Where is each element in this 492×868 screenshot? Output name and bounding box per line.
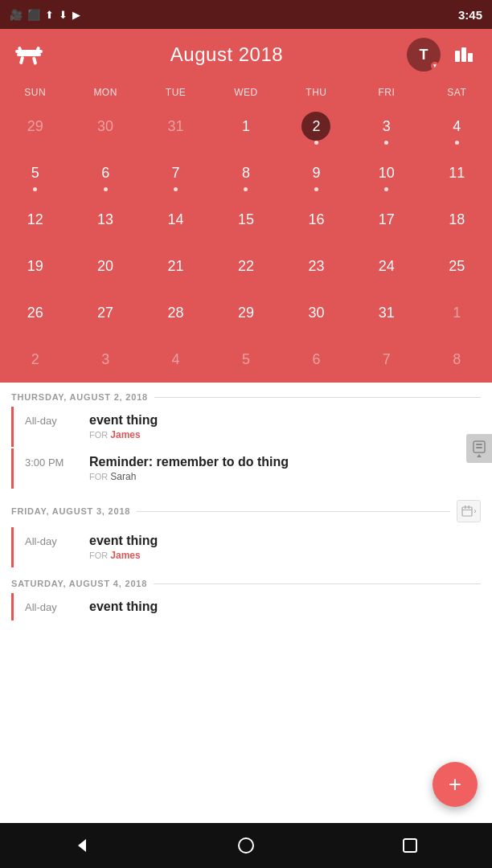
calendar-day[interactable]: 5 — [211, 336, 281, 383]
day-number: 18 — [449, 211, 465, 228]
day-number: 16 — [308, 211, 324, 228]
calendar-day[interactable]: 24 — [351, 243, 421, 289]
calendar-day[interactable]: 29 — [0, 103, 70, 149]
calendar-day[interactable]: 31 — [351, 289, 421, 336]
calendar-day[interactable]: 7 — [351, 336, 421, 383]
calendar-day[interactable]: 31 — [141, 103, 211, 149]
svg-rect-2 — [32, 56, 37, 65]
avatar-button[interactable]: T ▾ — [407, 38, 441, 72]
date-separator-line — [154, 583, 481, 584]
day-number: 5 — [31, 165, 39, 182]
calendar-day[interactable]: 17 — [351, 196, 421, 243]
day-number: 29 — [238, 305, 254, 321]
view-toggle-button[interactable] — [447, 38, 481, 72]
home-icon — [237, 837, 255, 854]
calendar-day[interactable]: 11 — [422, 149, 492, 196]
bar-chart-icon — [453, 44, 474, 65]
calendar-day[interactable]: 1 — [422, 289, 492, 336]
day-number: 4 — [172, 351, 180, 368]
svg-marker-16 — [78, 839, 86, 852]
event-dot — [455, 141, 459, 145]
svg-rect-12 — [462, 507, 472, 516]
svg-rect-14 — [468, 506, 469, 509]
event-time: All-day — [25, 600, 89, 614]
calendar-day[interactable]: 6 — [281, 336, 351, 383]
calendar-day[interactable]: 16 — [281, 196, 351, 243]
chevron-down-icon: ▾ — [431, 62, 439, 70]
calendar-day[interactable]: 20 — [70, 243, 140, 289]
calendar-day[interactable]: 15 — [211, 196, 281, 243]
day-header-thu: THU — [281, 84, 351, 101]
event-item[interactable]: All-dayevent thingFOR James — [11, 527, 492, 567]
calendar-day[interactable]: 2 — [0, 336, 70, 383]
calendar-day[interactable]: 18 — [422, 196, 492, 243]
calendar-day[interactable]: 23 — [281, 243, 351, 289]
day-number: 24 — [379, 258, 395, 275]
plus-icon: + — [449, 772, 461, 797]
calendar-day[interactable]: 26 — [0, 289, 70, 336]
day-number: 5 — [242, 351, 250, 368]
calendar-day[interactable]: 28 — [141, 289, 211, 336]
calendar-day[interactable]: 4 — [422, 103, 492, 149]
calendar-day[interactable]: 8 — [211, 149, 281, 196]
date-section-header: FRIDAY, AUGUST 3, 2018› — [0, 490, 492, 527]
calendar-day[interactable]: 30 — [281, 289, 351, 336]
calendar-day[interactable]: 1 — [211, 103, 281, 149]
day-number: 4 — [453, 118, 461, 135]
recents-button[interactable] — [392, 828, 428, 863]
recents-icon — [402, 837, 418, 854]
event-details: event thingFOR James — [89, 534, 481, 561]
calendar-day[interactable]: 21 — [141, 243, 211, 289]
calendar-day[interactable]: 2 — [281, 103, 351, 149]
date-label: FRIDAY, AUGUST 3, 2018 — [11, 506, 130, 516]
event-dot — [174, 187, 178, 191]
logo-button[interactable] — [11, 37, 47, 72]
day-number: 23 — [308, 258, 324, 275]
calendar-day[interactable]: 7 — [141, 149, 211, 196]
home-button[interactable] — [228, 828, 264, 863]
event-item[interactable]: All-dayevent thing — [11, 593, 492, 620]
day-header-wed: WED — [211, 84, 281, 101]
event-time: 3:00 PM — [25, 455, 89, 482]
event-dot — [104, 187, 108, 191]
calendar-day[interactable]: 3 — [70, 336, 140, 383]
event-item[interactable]: 3:00 PMReminder: remember to do thingFOR… — [11, 448, 492, 489]
calendar-day[interactable]: 3 — [351, 103, 421, 149]
day-number: 12 — [27, 211, 43, 228]
calendar-day[interactable]: 8 — [422, 336, 492, 383]
calendar-day[interactable]: 22 — [211, 243, 281, 289]
day-number: 2 — [31, 351, 39, 368]
event-dot — [33, 187, 37, 191]
calendar-day[interactable]: 19 — [0, 243, 70, 289]
svg-point-17 — [239, 838, 253, 853]
calendar-day[interactable]: 9 — [281, 149, 351, 196]
day-header-mon: MON — [70, 84, 140, 101]
svg-rect-7 — [461, 47, 466, 62]
calendar-day[interactable]: 27 — [70, 289, 140, 336]
calendar-day[interactable]: 4 — [141, 336, 211, 383]
back-button[interactable] — [64, 828, 100, 863]
events-section[interactable]: THURSDAY, AUGUST 2, 2018All-dayevent thi… — [0, 383, 492, 807]
calendar-day[interactable]: 30 — [70, 103, 140, 149]
calendar-day[interactable]: 13 — [70, 196, 140, 243]
event-dot — [384, 187, 388, 191]
calendar-day[interactable]: 12 — [0, 196, 70, 243]
calendar-day[interactable]: 25 — [422, 243, 492, 289]
day-number: 19 — [27, 258, 43, 275]
day-number: 3 — [383, 118, 391, 135]
calendar-day[interactable]: 29 — [211, 289, 281, 336]
svg-rect-13 — [465, 506, 466, 509]
event-time: All-day — [25, 534, 89, 561]
calendar-mini-icon[interactable]: › — [457, 500, 481, 522]
calendar-day[interactable]: 5 — [0, 149, 70, 196]
calendar-day[interactable]: 6 — [70, 149, 140, 196]
calendar-day[interactable]: 14 — [141, 196, 211, 243]
calendar-section: SUN MON TUE WED THU FRI SAT 293031123456… — [0, 80, 492, 383]
calendar-day[interactable]: 10 — [351, 149, 421, 196]
day-header-sat: SAT — [422, 84, 492, 101]
event-dot — [314, 141, 318, 145]
add-event-button[interactable]: + — [433, 762, 478, 807]
event-item[interactable]: All-dayevent thingFOR James — [11, 407, 492, 447]
stop-icon: ⬛ — [27, 9, 40, 21]
day-number: 21 — [168, 258, 184, 275]
